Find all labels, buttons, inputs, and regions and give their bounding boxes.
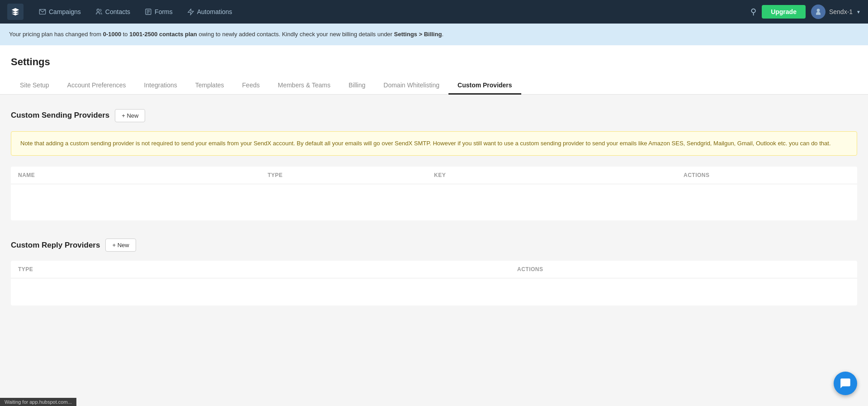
new-sending-provider-button[interactable]: + New <box>115 109 145 122</box>
nav-links: Campaigns Contacts Forms Automations <box>33 5 750 18</box>
col-header-name: NAME <box>18 172 268 178</box>
banner-text-before: Your pricing plan has changed from <box>9 31 103 38</box>
custom-reply-title: Custom Reply Providers <box>11 241 100 250</box>
user-menu[interactable]: Sendx-1 ▼ <box>811 5 861 19</box>
automations-icon <box>187 8 194 15</box>
banner-text-after: owing to newly added contacts. Kindly ch… <box>197 31 394 38</box>
upgrade-button[interactable]: Upgrade <box>762 5 806 19</box>
reply-table-header: TYPE ACTIONS <box>11 261 857 278</box>
nav-right: ⚲ Upgrade Sendx-1 ▼ <box>750 5 861 19</box>
custom-reply-section: Custom Reply Providers + New TYPE ACTION… <box>11 239 857 306</box>
avatar-icon <box>814 7 823 16</box>
col-header-key: KEY <box>434 172 684 178</box>
banner-text-end: . <box>442 31 443 38</box>
settings-tabs: Site Setup Account Preferences Integrati… <box>11 77 857 94</box>
reply-table-body <box>11 278 857 306</box>
reply-col-type: TYPE <box>18 266 517 272</box>
tab-templates[interactable]: Templates <box>186 77 233 95</box>
tab-domain-whitelisting[interactable]: Domain Whitelisting <box>374 77 448 95</box>
logo-button[interactable] <box>7 4 24 20</box>
banner-settings-link: Settings > Billing <box>394 31 442 38</box>
campaigns-icon <box>39 8 46 15</box>
info-banner: Your pricing plan has changed from 0-100… <box>0 24 868 45</box>
info-note: Note that adding a custom sending provid… <box>11 131 857 156</box>
custom-sending-section-header: Custom Sending Providers + New <box>11 109 857 122</box>
custom-reply-section-header: Custom Reply Providers + New <box>11 239 857 252</box>
nav-forms[interactable]: Forms <box>138 5 179 18</box>
contacts-icon <box>95 8 103 15</box>
chevron-down-icon: ▼ <box>856 10 861 14</box>
sending-table-body <box>11 184 857 220</box>
settings-header: Settings Site Setup Account Preferences … <box>0 45 868 95</box>
avatar <box>811 5 826 19</box>
top-navigation: Campaigns Contacts Forms Automations ⚲ U… <box>0 0 868 24</box>
info-note-text: Note that adding a custom sending provid… <box>20 140 831 147</box>
reply-col-actions: ACTIONS <box>517 266 850 272</box>
settings-title: Settings <box>11 56 857 68</box>
sending-table-header: NAME TYPE KEY ACTIONS <box>11 167 857 184</box>
reply-providers-table: TYPE ACTIONS <box>11 261 857 306</box>
nav-automations[interactable]: Automations <box>181 5 239 18</box>
banner-plan-to: 1001-2500 contacts plan <box>129 31 197 38</box>
svg-point-1 <box>97 9 99 11</box>
nav-contacts[interactable]: Contacts <box>89 5 137 18</box>
col-header-type: TYPE <box>268 172 434 178</box>
tab-billing[interactable]: Billing <box>340 77 374 95</box>
logo-icon <box>11 7 20 16</box>
tab-account-preferences[interactable]: Account Preferences <box>58 77 135 95</box>
user-name: Sendx-1 <box>829 8 853 15</box>
tab-custom-providers[interactable]: Custom Providers <box>448 77 521 95</box>
nav-campaigns[interactable]: Campaigns <box>33 5 87 18</box>
banner-plan-from: 0-1000 <box>103 31 121 38</box>
svg-point-6 <box>817 9 820 12</box>
tab-site-setup[interactable]: Site Setup <box>11 77 58 95</box>
col-header-actions: ACTIONS <box>684 172 850 178</box>
sending-providers-table: NAME TYPE KEY ACTIONS <box>11 167 857 220</box>
forms-icon <box>145 8 152 15</box>
search-button[interactable]: ⚲ <box>750 7 756 17</box>
custom-sending-title: Custom Sending Providers <box>11 111 109 120</box>
tab-integrations[interactable]: Integrations <box>135 77 186 95</box>
content-area: Custom Sending Providers + New Note that… <box>0 95 868 320</box>
new-reply-provider-button[interactable]: + New <box>105 239 136 252</box>
tab-feeds[interactable]: Feeds <box>233 77 269 95</box>
tab-members-teams[interactable]: Members & Teams <box>269 77 339 95</box>
banner-text-between: to <box>121 31 129 38</box>
